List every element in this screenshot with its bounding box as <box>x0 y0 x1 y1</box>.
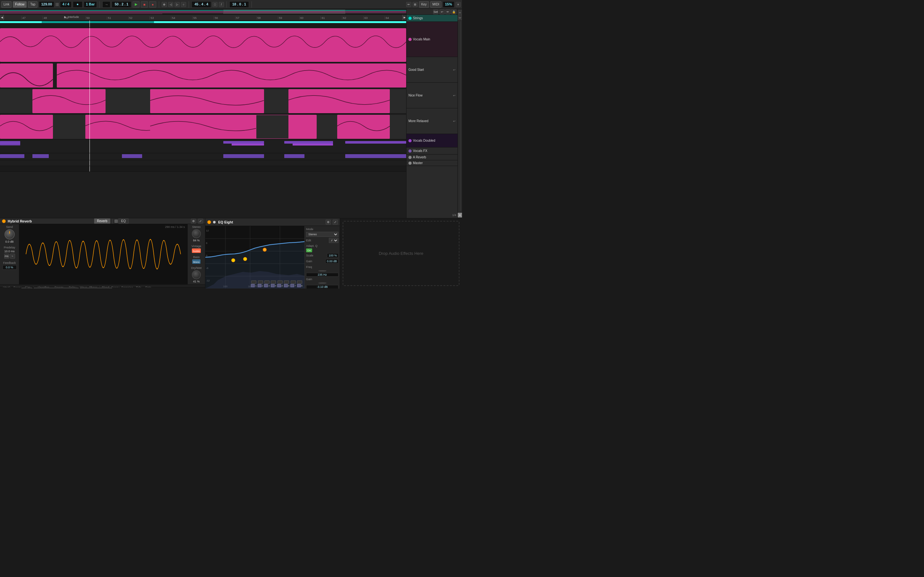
track-lane-vocals-fx[interactable] <box>0 153 406 160</box>
eq-power2[interactable] <box>213 221 216 223</box>
clip-mr-1[interactable] <box>0 115 53 139</box>
band3-active[interactable] <box>264 284 268 287</box>
clip-nice-flow-1[interactable] <box>32 89 105 113</box>
band6-active[interactable] <box>284 284 288 287</box>
eq-checkbox[interactable] <box>115 219 118 223</box>
eq-edit-select[interactable]: A B <box>329 238 338 243</box>
band1-active[interactable] <box>251 284 255 287</box>
band1-type-icon[interactable] <box>251 280 256 284</box>
band2-active[interactable] <box>258 284 262 287</box>
position-display[interactable]: 50 . 2 . 1 <box>111 1 131 8</box>
reverb-settings-icon[interactable]: ⚙ <box>191 219 196 224</box>
undo-icon[interactable]: ↩ <box>439 9 445 15</box>
gain-display[interactable]: -3.10 dB <box>306 285 338 288</box>
eq-band3-handle[interactable] <box>231 258 235 262</box>
track-item-more-relaxed[interactable]: More Relaxed ↩ <box>407 108 457 134</box>
pencil-icon[interactable]: ✏ <box>406 2 411 7</box>
eq-mode-select[interactable]: Stereo L/R M/S <box>306 232 338 237</box>
track-lane-vocals-main[interactable] <box>0 27 406 63</box>
view-btn1[interactable]: □ <box>212 2 218 7</box>
track-lane-good-start[interactable] <box>0 63 406 88</box>
midi-clip-vd6[interactable] <box>345 141 406 143</box>
track-item-master[interactable]: Master <box>407 160 457 166</box>
band5-type-icon[interactable] <box>278 280 283 284</box>
band6-type-icon[interactable] <box>284 280 289 284</box>
midi-clip-vd5[interactable] <box>292 143 333 145</box>
follow-button[interactable]: Follow <box>13 1 27 8</box>
track-item-good-start[interactable]: Good Start ↩ <box>407 57 457 83</box>
track-item-vocals-doubled[interactable]: Vocals Doubled <box>407 134 457 147</box>
eq-band5-handle[interactable] <box>263 248 267 251</box>
band4-active[interactable] <box>271 284 275 287</box>
midi-clip-vd3[interactable] <box>232 143 264 145</box>
loop-btn[interactable]: ⊕ <box>162 2 167 7</box>
stereo-knob[interactable] <box>192 229 201 238</box>
gain-knob[interactable] <box>318 282 326 284</box>
grid-icon[interactable]: ⊞ <box>413 2 418 7</box>
band8-type-icon[interactable] <box>297 280 302 284</box>
band7-type-icon[interactable] <box>291 280 296 284</box>
fx-clip-4[interactable] <box>223 154 264 158</box>
stop-button[interactable]: ■ <box>141 1 148 8</box>
bar-ruler[interactable]: 46 47 48 49 50 51 52 53 54 55 56 57 58 5… <box>0 15 406 21</box>
set-btn[interactable]: Set <box>433 9 438 15</box>
position2-display[interactable]: 45 . 4 . 4 <box>192 1 211 8</box>
time-sig-display[interactable]: 4 / 4 <box>60 1 71 8</box>
freq-display[interactable]: 235 Hz <box>306 273 338 277</box>
midi-clip-vd2[interactable] <box>223 141 264 143</box>
menu-icon[interactable]: ≡ <box>456 2 461 7</box>
track-lane-strings[interactable] <box>0 21 406 27</box>
freq-knob[interactable] <box>318 270 326 271</box>
fx-clip-1[interactable] <box>0 154 24 158</box>
track-lane-master[interactable] <box>0 166 406 171</box>
loop-circle-btn[interactable]: ○ <box>181 2 186 7</box>
lock-icon[interactable]: 🔒 <box>451 9 456 15</box>
play-button[interactable]: ▶ <box>132 1 140 8</box>
tempo-display[interactable]: 129.00 <box>39 1 54 8</box>
track-item-vocals-main[interactable]: Vocals Main <box>407 22 457 57</box>
fx-clip-6[interactable] <box>345 154 406 158</box>
midi-clip-vd4[interactable] <box>284 141 333 143</box>
clip-vocals-main-big[interactable] <box>0 28 406 62</box>
fx-clip-5[interactable] <box>284 154 304 158</box>
track-item-a-reverb[interactable]: A Reverb <box>407 155 457 160</box>
vintage-badge[interactable]: Subtle <box>192 248 201 253</box>
position3-display[interactable]: 18 . 0 . 1 <box>229 1 249 8</box>
fx-clip-3[interactable] <box>122 154 142 158</box>
metronome-display[interactable]: ● <box>73 1 82 8</box>
send-knob[interactable] <box>5 229 15 239</box>
expand-btn[interactable]: H <box>458 10 462 15</box>
ms-btn[interactable]: ms <box>4 253 9 259</box>
drop-zone[interactable]: Drop Audio Effects Here <box>342 221 459 286</box>
tab-reverb[interactable]: Reverb <box>94 218 110 224</box>
band3-type-icon[interactable] <box>264 280 270 284</box>
minimap-viewport[interactable] <box>223 10 345 14</box>
punch-in-btn[interactable]: ◁ <box>168 2 173 7</box>
band7-active[interactable] <box>290 284 294 287</box>
bass-badge[interactable]: Mono <box>192 259 200 264</box>
eq-display[interactable]: 12 6 0 -6 -12 100 1k 10k <box>205 226 304 288</box>
clip-good-start-1[interactable] <box>0 63 53 87</box>
loop-size-display[interactable]: 1 Bar <box>84 1 97 8</box>
r-indicator[interactable]: R <box>458 213 462 218</box>
band4-type-icon[interactable] <box>271 280 276 284</box>
convir-select[interactable]: Chambers and Large Rooms <box>34 287 79 288</box>
track-item-vocals-fx[interactable]: Vocals FX <box>407 147 457 155</box>
tap-button[interactable]: Tap <box>28 1 37 8</box>
convir-prev[interactable]: ◀ <box>21 287 27 288</box>
track-item-nice-flow[interactable]: Nice Flow ↩ <box>407 83 457 108</box>
clip-good-start-2[interactable] <box>57 63 406 87</box>
minimap[interactable] <box>0 9 406 15</box>
clip-mr-6[interactable] <box>337 115 390 139</box>
eq-band4-handle[interactable] <box>243 257 247 261</box>
track-lane-more-relaxed[interactable] <box>0 114 406 139</box>
clip-mr-5[interactable] <box>288 115 317 139</box>
sync-btn[interactable]: ~ <box>10 253 15 259</box>
eq-resize-icon[interactable]: ⤢ <box>333 219 338 225</box>
reverb-resize-icon[interactable]: ⤢ <box>198 219 203 224</box>
band2-type-icon[interactable] <box>258 280 263 284</box>
link-button[interactable]: Link <box>1 1 11 8</box>
track-lane-vocals-doubled[interactable] <box>0 140 406 153</box>
fx-clip-2[interactable] <box>32 154 49 158</box>
midi-clip-vd1b[interactable] <box>0 143 20 145</box>
